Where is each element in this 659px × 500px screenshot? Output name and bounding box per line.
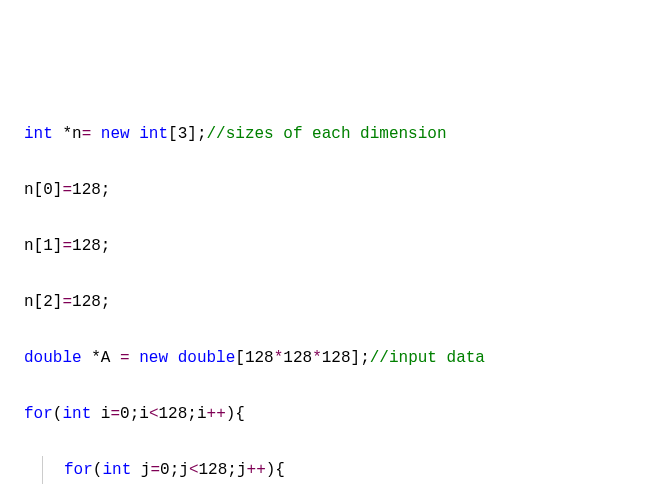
token-punct: [ [34,181,44,199]
token-punct: [ [235,349,245,367]
token-op: = [62,181,72,199]
token-punct: ; [130,405,140,423]
token-punct: [ [34,293,44,311]
token-op: = [82,125,101,143]
token-kw: new [139,349,168,367]
token-punct: ; [227,461,237,479]
token-num: 2 [43,293,53,311]
indent-guide [42,456,43,484]
token-ident: n [24,293,34,311]
token-punct [130,125,140,143]
token-num: 128 [245,349,274,367]
token-punct [110,349,120,367]
token-op: = [62,237,72,255]
code-line: double *A = new double[128*128*128];//in… [4,344,659,372]
token-punct: * [53,125,72,143]
token-kw: double [24,349,82,367]
token-punct: ; [101,293,111,311]
token-op: = [110,405,120,423]
token-punct: ] [53,181,63,199]
token-punct: ] [53,237,63,255]
token-op: = [150,461,160,479]
token-num: 128 [322,349,351,367]
token-punct: ; [187,405,197,423]
token-op: = [62,293,72,311]
token-op: < [189,461,199,479]
code-line: for(int j=0;j<128;j++){ [4,456,659,484]
token-punct: [ [34,237,44,255]
token-punct: ( [93,461,103,479]
token-num: 3 [178,125,188,143]
token-punct: ; [170,461,180,479]
token-num: 0 [160,461,170,479]
token-ident: j [141,461,151,479]
token-ident: j [179,461,189,479]
token-ident: j [237,461,247,479]
token-punct [168,349,178,367]
token-num: 128 [159,405,188,423]
token-cmt: //sizes of each dimension [206,125,446,143]
token-punct: ; [101,181,111,199]
token-op: = [120,349,130,367]
token-punct: ]; [187,125,206,143]
code-line: n[1]=128; [4,232,659,260]
token-cmt: //input data [370,349,485,367]
code-editor[interactable]: int *n= new int[3];//sizes of each dimen… [4,120,659,500]
token-num: 128 [72,293,101,311]
token-kw: new [101,125,130,143]
code-line: for(int i=0;i<128;i++){ [4,400,659,428]
token-num: 128 [199,461,228,479]
token-punct [91,405,101,423]
token-punct [130,349,140,367]
token-punct: ){ [226,405,245,423]
token-punct: ){ [266,461,285,479]
token-punct: ]; [351,349,370,367]
token-kw: int [102,461,131,479]
token-kw: int [24,125,53,143]
token-punct: [ [168,125,178,143]
token-ident: i [139,405,149,423]
token-op: ++ [247,461,266,479]
token-ident: i [101,405,111,423]
token-num: 128 [283,349,312,367]
token-op: * [274,349,284,367]
token-kw: double [178,349,236,367]
token-num: 0 [120,405,130,423]
token-ident: n [24,237,34,255]
token-op: * [312,349,322,367]
token-ident: n [72,125,82,143]
token-ident: n [24,181,34,199]
token-punct: ( [53,405,63,423]
code-line: int *n= new int[3];//sizes of each dimen… [4,120,659,148]
token-num: 128 [72,237,101,255]
token-op: ++ [207,405,226,423]
code-line: n[2]=128; [4,288,659,316]
token-kw: for [24,405,53,423]
token-num: 1 [43,237,53,255]
token-ident: i [197,405,207,423]
token-ident: A [101,349,111,367]
token-num: 0 [43,181,53,199]
token-op: < [149,405,159,423]
token-punct [131,461,141,479]
token-punct: ] [53,293,63,311]
code-line: n[0]=128; [4,176,659,204]
token-kw: for [64,461,93,479]
token-punct: * [82,349,101,367]
token-kw: int [139,125,168,143]
token-kw: int [62,405,91,423]
token-punct: ; [101,237,111,255]
token-num: 128 [72,181,101,199]
